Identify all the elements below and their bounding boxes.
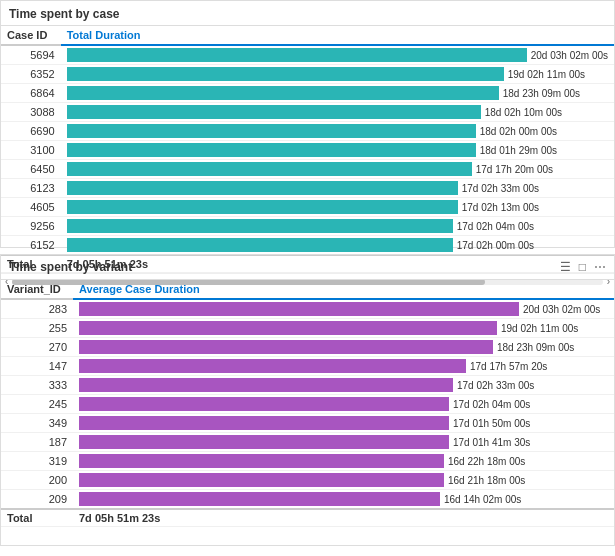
variant-duration-label: 17d 02h 04m 00s: [453, 399, 530, 410]
variant-duration-bar: 17d 02h 04m 00s: [73, 395, 614, 414]
table-row: 200 16d 21h 18m 00s: [1, 471, 614, 490]
case-id: 3100: [1, 141, 61, 160]
table-row: 283 20d 03h 02m 00s: [1, 299, 614, 319]
variant-duration-label: 16d 21h 18m 00s: [448, 475, 525, 486]
variant-duration-label: 16d 22h 18m 00s: [448, 456, 525, 467]
variant-total-label: Total: [1, 509, 73, 527]
case-duration-bar: 20d 03h 02m 00s: [61, 45, 614, 65]
table-row: 333 17d 02h 33m 00s: [1, 376, 614, 395]
table-row: 3100 18d 01h 29m 00s: [1, 141, 614, 160]
section-case-title: Time spent by case: [9, 7, 120, 21]
case-id: 6864: [1, 84, 61, 103]
variant-duration-label: 17d 01h 50m 00s: [453, 418, 530, 429]
case-id: 5694: [1, 45, 61, 65]
case-duration-bar: 17d 02h 04m 00s: [61, 217, 614, 236]
variant-icon-group: ☰ □ ⋯: [560, 260, 606, 274]
variant-id: 200: [1, 471, 73, 490]
variant-duration-bar: 20d 03h 02m 00s: [73, 299, 614, 319]
table-row: 6123 17d 02h 33m 00s: [1, 179, 614, 198]
section-variant-header: Time spent by variant ☰ □ ⋯: [1, 255, 614, 280]
variant-duration-label: 16d 14h 02m 00s: [444, 494, 521, 505]
case-duration-bar: 17d 17h 20m 00s: [61, 160, 614, 179]
section-variant-title: Time spent by variant: [9, 260, 132, 274]
table-row: 5694 20d 03h 02m 00s: [1, 45, 614, 65]
variant-duration-label: 18d 23h 09m 00s: [497, 342, 574, 353]
variant-duration-bar: 18d 23h 09m 00s: [73, 338, 614, 357]
case-id: 9256: [1, 217, 61, 236]
table-row: 6352 19d 02h 11m 00s: [1, 65, 614, 84]
table-row: 319 16d 22h 18m 00s: [1, 452, 614, 471]
case-id: 6152: [1, 236, 61, 256]
variant-id: 255: [1, 319, 73, 338]
case-duration-bar: 18d 23h 09m 00s: [61, 84, 614, 103]
table-row: 255 19d 02h 11m 00s: [1, 319, 614, 338]
section-variant: Time spent by variant ☰ □ ⋯ Variant_ID A…: [0, 254, 615, 546]
variant-id: 245: [1, 395, 73, 414]
variant-id: 333: [1, 376, 73, 395]
variant-total-value: 7d 05h 51m 23s: [73, 509, 614, 527]
case-duration-label: 18d 23h 09m 00s: [503, 88, 580, 99]
section-case-header: Time spent by case: [1, 1, 614, 26]
case-id: 6123: [1, 179, 61, 198]
case-duration-bar: 17d 02h 33m 00s: [61, 179, 614, 198]
table-row: 349 17d 01h 50m 00s: [1, 414, 614, 433]
expand-icon[interactable]: □: [579, 260, 586, 274]
filter-icon[interactable]: ☰: [560, 260, 571, 274]
case-col-duration: Total Duration: [61, 26, 614, 45]
variant-id: 187: [1, 433, 73, 452]
table-row: 4605 17d 02h 13m 00s: [1, 198, 614, 217]
table-row: 6450 17d 17h 20m 00s: [1, 160, 614, 179]
variant-duration-bar: 17d 01h 50m 00s: [73, 414, 614, 433]
variant-duration-label: 17d 01h 41m 30s: [453, 437, 530, 448]
variant-id: 270: [1, 338, 73, 357]
case-duration-bar: 18d 02h 10m 00s: [61, 103, 614, 122]
variant-duration-bar: 16d 14h 02m 00s: [73, 490, 614, 510]
case-duration-label: 17d 02h 04m 00s: [457, 221, 534, 232]
case-duration-bar: 18d 02h 00m 00s: [61, 122, 614, 141]
variant-total-row: Total 7d 05h 51m 23s: [1, 509, 614, 527]
more-icon[interactable]: ⋯: [594, 260, 606, 274]
case-duration-label: 18d 01h 29m 00s: [480, 145, 557, 156]
case-id: 4605: [1, 198, 61, 217]
case-duration-label: 18d 02h 00m 00s: [480, 126, 557, 137]
case-duration-label: 17d 02h 00m 00s: [457, 240, 534, 251]
table-row: 245 17d 02h 04m 00s: [1, 395, 614, 414]
case-duration-label: 19d 02h 11m 00s: [508, 69, 585, 80]
variant-duration-bar: 16d 22h 18m 00s: [73, 452, 614, 471]
variant-duration-bar: 16d 21h 18m 00s: [73, 471, 614, 490]
variant-duration-label: 17d 17h 57m 20s: [470, 361, 547, 372]
variant-duration-bar: 17d 01h 41m 30s: [73, 433, 614, 452]
case-id: 3088: [1, 103, 61, 122]
table-row: 6690 18d 02h 00m 00s: [1, 122, 614, 141]
table-row: 187 17d 01h 41m 30s: [1, 433, 614, 452]
case-duration-bar: 19d 02h 11m 00s: [61, 65, 614, 84]
case-id: 6352: [1, 65, 61, 84]
table-row: 147 17d 17h 57m 20s: [1, 357, 614, 376]
table-row: 3088 18d 02h 10m 00s: [1, 103, 614, 122]
table-row: 6864 18d 23h 09m 00s: [1, 84, 614, 103]
variant-duration-label: 20d 03h 02m 00s: [523, 304, 600, 315]
case-duration-label: 17d 02h 13m 00s: [462, 202, 539, 213]
case-table: Case ID Total Duration 5694 20d 03h 02m …: [1, 26, 614, 273]
case-duration-bar: 17d 02h 00m 00s: [61, 236, 614, 256]
variant-duration-bar: 17d 17h 57m 20s: [73, 357, 614, 376]
variant-duration-label: 17d 02h 33m 00s: [457, 380, 534, 391]
case-duration-bar: 18d 01h 29m 00s: [61, 141, 614, 160]
table-row: 9256 17d 02h 04m 00s: [1, 217, 614, 236]
variant-id: 283: [1, 299, 73, 319]
case-id: 6690: [1, 122, 61, 141]
variant-id: 209: [1, 490, 73, 510]
case-duration-label: 17d 17h 20m 00s: [476, 164, 553, 175]
case-duration-label: 20d 03h 02m 00s: [531, 50, 608, 61]
case-duration-label: 18d 02h 10m 00s: [485, 107, 562, 118]
table-row: 6152 17d 02h 00m 00s: [1, 236, 614, 256]
case-id: 6450: [1, 160, 61, 179]
variant-duration-bar: 17d 02h 33m 00s: [73, 376, 614, 395]
case-duration-bar: 17d 02h 13m 00s: [61, 198, 614, 217]
case-col-id: Case ID: [1, 26, 61, 45]
case-duration-label: 17d 02h 33m 00s: [462, 183, 539, 194]
variant-id: 349: [1, 414, 73, 433]
table-row: 209 16d 14h 02m 00s: [1, 490, 614, 510]
section-case: Time spent by case Case ID Total Duratio…: [0, 0, 615, 248]
variant-table: Variant_ID Average Case Duration 283 20d…: [1, 280, 614, 527]
